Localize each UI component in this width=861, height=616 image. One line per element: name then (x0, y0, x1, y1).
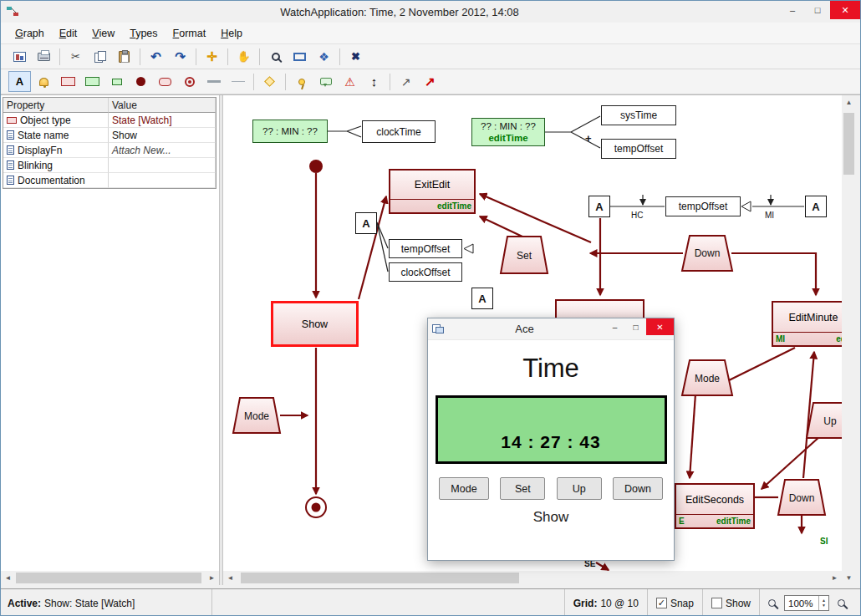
delete-button[interactable]: ✖ (344, 46, 367, 67)
scroll-right-arrow[interactable]: ► (205, 571, 219, 585)
menu-edit[interactable]: Edit (52, 24, 85, 43)
state-editseconds[interactable]: EditSeconds EeditTime (675, 483, 755, 529)
node-systime[interactable]: sysTime (601, 105, 676, 125)
property-row-state-name[interactable]: State name (3, 128, 109, 143)
action-box-4[interactable]: A (805, 196, 827, 217)
initial-state[interactable] (309, 160, 323, 173)
zoom-in-button[interactable] (838, 599, 845, 607)
node-clocktime[interactable]: clockTime (362, 120, 436, 143)
canvas-scroll-thumb[interactable] (241, 573, 519, 583)
zoom-fit-button[interactable]: ❖ (313, 46, 335, 67)
zoom-button[interactable] (264, 46, 287, 67)
close-button[interactable]: ✕ (830, 1, 860, 19)
property-value-displayfn[interactable]: Attach New... (109, 143, 216, 158)
property-row-object-type[interactable]: Object type (3, 113, 109, 128)
ace-close-button[interactable]: ✕ (646, 318, 674, 335)
snap-toggle[interactable]: ✓ Snap (647, 589, 702, 616)
print-button[interactable] (33, 46, 55, 67)
alert-tool-button[interactable]: ⚠ (339, 71, 361, 92)
rounded-state-tool-button[interactable] (154, 71, 176, 92)
copy-button[interactable] (89, 46, 111, 67)
titlebar[interactable]: WatchApplication: Time, 2 November 2012,… (1, 1, 860, 23)
scroll-up-arrow[interactable]: ▲ (842, 95, 856, 109)
green-box-tool-button[interactable] (81, 71, 104, 92)
watch-mode-button[interactable]: Mode (439, 477, 489, 500)
final-state[interactable] (306, 497, 326, 517)
red-arrow-tool-button[interactable]: ↗ (419, 71, 441, 92)
final-state-tool-button[interactable] (178, 71, 201, 92)
property-value-blinking[interactable] (109, 158, 216, 173)
vertical-scrollbar[interactable]: ▲ ▼ (842, 95, 856, 585)
node-tempoffset-top[interactable]: tempOffset (601, 139, 676, 159)
arrow-tool-button[interactable]: ↗ (395, 71, 417, 92)
key-down-top[interactable]: Down (682, 236, 732, 271)
add-node-button[interactable]: ✛ (201, 46, 223, 67)
redo-button[interactable]: ↷ (169, 46, 191, 67)
node-tempoffset-right[interactable]: tempOffset (665, 196, 741, 216)
select-region-button[interactable] (288, 46, 311, 67)
pan-button[interactable]: ✋ (232, 46, 255, 67)
spin-down-icon[interactable]: ▼ (822, 603, 826, 608)
key-up[interactable]: Up (807, 403, 842, 438)
menu-help[interactable]: Help (213, 24, 250, 43)
menu-types[interactable]: Types (122, 24, 165, 43)
comment-tool-button[interactable] (314, 71, 337, 92)
panel-scroll-thumb[interactable] (16, 573, 201, 583)
report-button[interactable] (8, 46, 31, 67)
zoom-level-combo[interactable]: 100% ▲ ▼ (784, 595, 829, 611)
action-box-2[interactable]: A (471, 288, 493, 309)
thin-line-tool-button[interactable] (227, 71, 249, 92)
menu-format[interactable]: Format (166, 24, 214, 43)
ace-maximize-button[interactable]: □ (625, 318, 646, 335)
action-box-3[interactable]: A (588, 196, 610, 217)
diamond-tool-button[interactable] (258, 71, 281, 92)
pin-tool-button[interactable] (290, 71, 313, 92)
scroll-down-arrow[interactable]: ▼ (842, 571, 856, 585)
minimize-button[interactable]: – (780, 1, 805, 19)
snap-checkbox[interactable]: ✓ (656, 598, 667, 608)
property-row-documentation[interactable]: Documentation (3, 173, 109, 188)
initial-state-tool-button[interactable] (130, 71, 152, 92)
show-grid-checkbox[interactable] (711, 598, 722, 608)
panel-horizontal-scrollbar[interactable]: ◄ ► (1, 571, 219, 585)
menu-view[interactable]: View (84, 24, 122, 43)
scroll-left-arrow[interactable]: ◄ (1, 571, 15, 585)
paste-button[interactable] (113, 46, 135, 67)
property-row-displayfn[interactable]: DisplayFn (3, 143, 109, 158)
node-tempoffset-mid[interactable]: tempOffset (389, 239, 462, 258)
state-show[interactable]: Show (271, 301, 359, 347)
key-mode-left[interactable]: Mode (233, 398, 280, 433)
cut-button[interactable]: ✂ (64, 46, 87, 67)
node-min-box-edittime[interactable]: ?? : MIN : ??editTime (471, 118, 545, 146)
key-down-bottom[interactable]: Down (778, 480, 825, 515)
zoom-out-button[interactable] (768, 599, 776, 607)
property-value-object-type[interactable]: State [Watch] (109, 113, 216, 128)
canvas-horizontal-scrollbar[interactable]: ◄ ► (223, 571, 842, 585)
watch-down-button[interactable]: Down (613, 477, 663, 500)
maximize-button[interactable]: □ (805, 1, 830, 19)
property-value-documentation[interactable] (109, 173, 216, 188)
ace-titlebar[interactable]: Ace – □ ✕ (428, 318, 674, 340)
small-green-box-tool-button[interactable] (105, 71, 128, 92)
ace-minimize-button[interactable]: – (604, 318, 625, 335)
bell-tool-button[interactable] (33, 71, 55, 92)
text-tool-button[interactable]: A (8, 71, 31, 92)
node-clockoffset[interactable]: clockOffset (389, 262, 462, 282)
state-exitedit[interactable]: ExitEdit editTime (389, 169, 476, 214)
property-value-state-name[interactable]: Show (109, 128, 216, 143)
scroll-left-arrow[interactable]: ◄ (223, 571, 237, 585)
node-min-box-left[interactable]: ?? : MIN : ?? (252, 120, 328, 143)
zoom-spinner[interactable]: ▲ ▼ (818, 596, 828, 610)
vertical-scroll-thumb[interactable] (843, 113, 854, 175)
key-set[interactable]: Set (501, 237, 548, 273)
undo-button[interactable]: ↶ (145, 46, 167, 67)
line-tool-button[interactable] (202, 71, 225, 92)
property-row-blinking[interactable]: Blinking (3, 158, 109, 173)
state-tool-button[interactable] (57, 71, 79, 92)
state-editminute[interactable]: EditMinute MIedit (772, 301, 842, 347)
property-header[interactable]: Property (3, 98, 109, 113)
menu-graph[interactable]: Graph (8, 24, 52, 43)
watch-set-button[interactable]: Set (500, 477, 545, 500)
key-mode-right[interactable]: Mode (682, 360, 732, 395)
value-header[interactable]: Value (109, 98, 216, 113)
